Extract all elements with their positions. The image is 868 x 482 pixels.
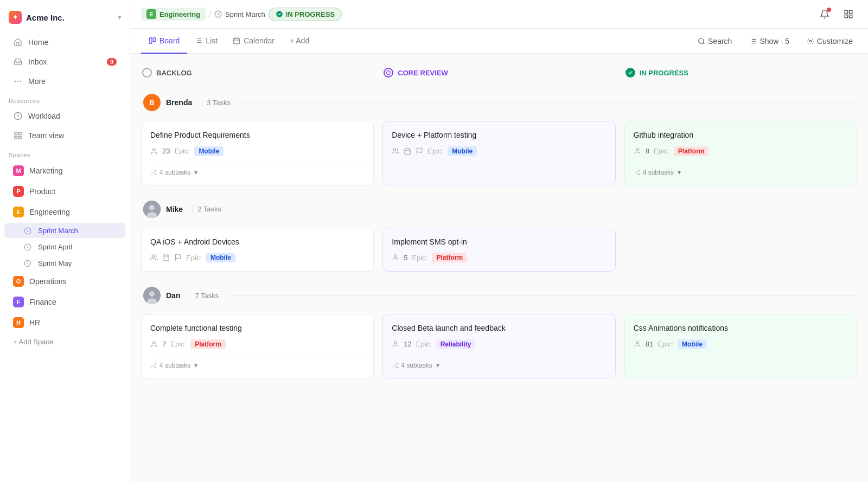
breadcrumb: E Engineering / Sprint March IN PROGRESS [141,8,342,21]
app-logo[interactable]: ✦ Acme Inc. ▾ [0,7,130,33]
mike-avatar [143,201,161,218]
search-button[interactable]: Search [693,34,736,49]
sidebar-item-more[interactable]: More [4,72,125,91]
inbox-icon [13,57,23,67]
epic-label-text: Epic: [416,340,432,348]
sidebar-item-product[interactable]: P Product [4,182,125,201]
card-subtasks[interactable]: 4 subtasks ▾ [634,163,848,176]
svg-point-39 [153,148,156,151]
card-title: Complete functional testing [150,323,365,334]
sidebar-item-operations[interactable]: O Operations [4,272,125,291]
product-dot: P [13,186,24,197]
svg-rect-43 [405,149,411,155]
card-title: Closed Beta launch and feedback [392,323,606,334]
svg-point-0 [17,81,18,81]
show-button[interactable]: Show · 5 [745,34,793,49]
tabs-left: Board List Calendar + Add [141,29,317,53]
progress-status-icon [626,68,635,78]
breadcrumb-engineering[interactable]: E Engineering [141,8,206,21]
notification-button[interactable] [816,5,833,23]
sidebar-hr-label: HR [29,318,40,327]
tabs-bar: Board List Calendar + Add Search Show · … [130,29,868,54]
card-github-integration[interactable]: Github integration 8 Epic: Platform 4 su… [624,121,857,185]
tab-board[interactable]: Board [141,29,187,54]
svg-rect-17 [150,38,152,44]
sidebar-item-engineering[interactable]: E Engineering [4,202,125,222]
sidebar-item-finance[interactable]: F Finance [4,292,125,312]
tab-calendar[interactable]: Calendar [225,29,282,54]
mike-line [231,209,855,209]
logo-icon: ✦ [9,11,22,24]
mike-cards: QA iOS + Android Devices Epic: Mobile Im… [141,228,857,272]
subtasks-chevron: ▾ [194,169,197,176]
card-css-animations[interactable]: Css Animations notifications 81 Epic: Mo… [624,314,857,378]
workload-icon [13,111,23,121]
sidebar-operations-label: Operations [29,277,66,286]
empty-card [624,228,857,272]
subtasks-chevron: ▾ [436,362,439,369]
customize-button[interactable]: Customize [802,34,857,49]
col-progress-label: IN PROGRESS [640,69,688,77]
card-closed-beta[interactable]: Closed Beta launch and feedback 12 Epic:… [382,314,615,378]
card-define-product[interactable]: Define Product Requirements 23 Epic: Mob… [141,121,374,185]
sidebar-marketing-label: Marketing [29,166,62,175]
epic-badge: Platform [674,146,709,156]
svg-point-29 [699,38,704,43]
sidebar-engineering-label: Engineering [29,208,70,216]
card-meta: 7 Epic: Platform [150,339,365,349]
card-sms-optin[interactable]: Implement SMS opt-in 5 Epic: Platform [382,228,615,272]
sidebar-item-home[interactable]: Home [4,33,125,52]
tab-list[interactable]: List [187,29,225,54]
tab-list-label: List [206,36,218,45]
card-title: Implement SMS opt-in [392,237,606,248]
dan-name: Dan [166,291,180,300]
card-subtasks[interactable]: 4 subtasks ▾ [150,356,365,369]
brenda-tasks: 3 Tasks [202,99,231,107]
sidebar-sprint-april[interactable]: Sprint April [4,239,125,254]
brenda-cards: Define Product Requirements 23 Epic: Mob… [141,121,857,185]
card-subtasks[interactable]: 4 subtasks ▾ [392,356,606,369]
engineering-dot: E [13,207,24,217]
group-mike-header: Mike 2 Tasks [141,196,857,222]
subtasks-chevron: ▾ [194,362,197,369]
sidebar-item-workload[interactable]: Workload [4,107,125,125]
svg-point-54 [152,255,155,258]
epic-badge: Platform [190,339,226,349]
sidebar-item-inbox[interactable]: Inbox 9 [4,53,125,71]
card-title: Define Product Requirements [150,130,365,141]
board-area: BACKLOG CORE REVIEW IN PROGRESS [130,54,868,482]
sidebar-item-team-view[interactable]: Team view [4,126,125,145]
add-space-button[interactable]: + Add Space [4,333,125,350]
svg-rect-6 [15,136,17,139]
sidebar-sprint-may[interactable]: Sprint May [4,255,125,271]
card-num: 12 [404,340,411,348]
sidebar-product-label: Product [29,187,55,196]
persons-icon [392,147,399,155]
app-title: Acme Inc. [26,13,65,22]
sidebar-finance-label: Finance [29,298,56,306]
layout-button[interactable] [840,5,857,23]
card-qa-ios[interactable]: QA iOS + Android Devices Epic: Mobile [141,228,374,272]
tab-add[interactable]: + Add [282,29,317,54]
svg-point-48 [636,148,639,151]
svg-rect-5 [18,132,21,135]
card-subtasks[interactable]: 4 subtasks ▾ [150,163,365,176]
customize-label: Customize [817,37,853,46]
svg-rect-25 [234,38,240,44]
svg-rect-4 [15,132,17,135]
sprint-april-icon [24,242,33,251]
dan-line [228,295,855,296]
epic-label-text: Epic: [658,340,673,348]
more-icon [13,76,23,86]
sidebar-item-hr[interactable]: H HR [4,313,125,332]
sidebar-item-marketing[interactable]: M Marketing [4,161,125,181]
sidebar-workload-label: Workload [28,112,60,120]
sprint-march-icon [24,226,33,235]
backlog-status-icon [142,68,152,78]
card-num: 8 [646,147,649,155]
sidebar-sprint-march[interactable]: Sprint March [4,223,125,238]
breadcrumb-sprint-label: Sprint March [225,10,265,18]
card-device-platform[interactable]: Device + Platform testing Epic: Mobile [382,121,615,185]
card-functional-testing[interactable]: Complete functional testing 7 Epic: Plat… [141,314,374,378]
epic-label-text: Epic: [170,340,186,348]
